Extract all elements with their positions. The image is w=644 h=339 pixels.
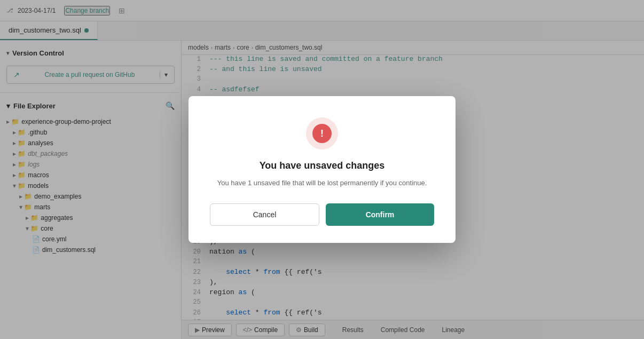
confirm-button[interactable]: Confirm (326, 203, 434, 226)
modal-overlay: ! You have unsaved changes You have 1 un… (0, 0, 644, 339)
unsaved-changes-modal: ! You have unsaved changes You have 1 un… (189, 96, 455, 243)
warning-icon: ! (312, 124, 332, 143)
modal-title: You have unsaved changes (260, 160, 385, 171)
modal-description: You have 1 unsaved file that will be los… (217, 178, 427, 188)
modal-icon-wrapper: ! (306, 117, 338, 149)
app-container: ⎇ 2023-04-17/1 Change branch ⊞ dim_custo… (0, 0, 644, 339)
cancel-button[interactable]: Cancel (210, 203, 319, 226)
modal-buttons: Cancel Confirm (210, 203, 434, 226)
